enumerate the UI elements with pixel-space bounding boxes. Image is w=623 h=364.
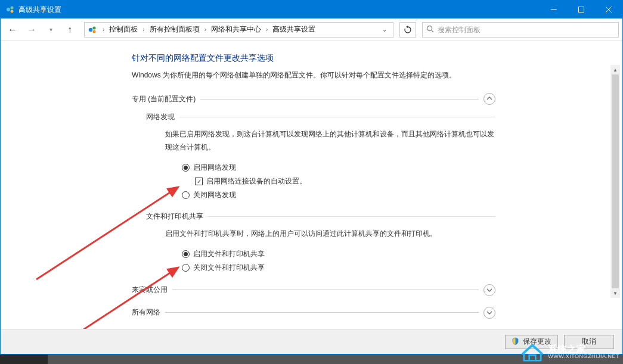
svg-rect-4 xyxy=(579,7,584,13)
chevron-right-icon: › xyxy=(203,26,207,33)
svg-point-8 xyxy=(92,26,95,29)
shield-icon xyxy=(512,337,519,347)
nav-up-button[interactable]: ↑ xyxy=(61,21,78,38)
window-title: 高级共享设置 xyxy=(18,5,540,15)
refresh-button[interactable] xyxy=(399,22,416,38)
option-label: 关闭网络发现 xyxy=(193,188,236,202)
expand-icon[interactable] xyxy=(483,307,495,319)
vertical-scrollbar[interactable]: ▲ ▼ xyxy=(610,65,620,298)
radio-icon xyxy=(182,191,190,199)
file-printer-title: 文件和打印机共享 xyxy=(146,211,203,222)
watermark-logo-icon xyxy=(522,343,543,362)
svg-point-0 xyxy=(7,8,10,11)
radio-icon xyxy=(182,264,190,272)
watermark: 系统之家 WWW.XITONGZHIJIA.NET xyxy=(522,343,619,362)
radio-enable-network-discovery[interactable]: 启用网络发现 xyxy=(182,161,495,175)
window-icon xyxy=(5,5,15,14)
navbar: ← → ▾ ↑ › 控制面板 › 所有控制面板项 › 网络和共享中心 › 高级共… xyxy=(1,18,622,41)
expand-icon[interactable] xyxy=(483,284,495,296)
svg-point-2 xyxy=(11,10,14,13)
svg-point-7 xyxy=(89,27,92,31)
search-field[interactable] xyxy=(438,26,615,34)
page-title: 针对不同的网络配置文件更改共享选项 xyxy=(132,53,495,64)
radio-enable-file-printer[interactable]: 启用文件和打印机共享 xyxy=(182,247,495,261)
svg-point-1 xyxy=(11,7,14,10)
svg-line-11 xyxy=(432,30,434,32)
section-guest-label: 来宾或公用 xyxy=(132,285,168,295)
svg-point-9 xyxy=(92,30,95,33)
network-discovery-title: 网络发现 xyxy=(146,112,175,122)
minimize-button[interactable] xyxy=(540,1,568,18)
checkbox-icon xyxy=(195,178,203,185)
section-all-label: 所有网络 xyxy=(132,307,160,318)
section-private-header[interactable]: 专用 (当前配置文件) xyxy=(132,93,495,105)
titlebar-buttons xyxy=(540,1,622,18)
scroll-track[interactable] xyxy=(610,74,620,288)
radio-icon xyxy=(182,164,190,172)
maximize-button[interactable] xyxy=(568,1,595,18)
chevron-right-icon: › xyxy=(265,26,269,33)
option-label: 关闭文件和打印机共享 xyxy=(193,261,265,275)
scroll-up-button[interactable]: ▲ xyxy=(610,65,620,74)
scroll-down-button[interactable]: ▼ xyxy=(610,288,620,298)
breadcrumb-seg[interactable]: 高级共享设置 xyxy=(270,24,318,35)
subsection-network-discovery: 网络发现 xyxy=(146,112,495,122)
network-discovery-options: 启用网络发现 启用网络连接设备的自动设置。 关闭网络发现 xyxy=(182,161,495,201)
search-icon xyxy=(426,25,434,35)
section-guest-header[interactable]: 来宾或公用 xyxy=(132,284,495,296)
page-description: Windows 为你所使用的每个网络创建单独的网络配置文件。你可以针对每个配置文… xyxy=(132,70,495,81)
watermark-text-en: WWW.XITONGZHIJIA.NET xyxy=(548,354,619,360)
watermark-text-cn: 系统之家 xyxy=(548,344,619,354)
option-label: 启用文件和打印机共享 xyxy=(193,247,265,261)
breadcrumb[interactable]: › 控制面板 › 所有控制面板项 › 网络和共享中心 › 高级共享设置 ⌄ xyxy=(84,22,393,38)
search-input[interactable] xyxy=(422,22,619,38)
window: 高级共享设置 ← → ▾ ↑ › 控制面板 › 所有控制面板项 › xyxy=(0,0,623,354)
nav-back-button[interactable]: ← xyxy=(4,21,21,38)
subsection-file-printer: 文件和打印机共享 xyxy=(146,211,495,222)
checkbox-auto-setup[interactable]: 启用网络连接设备的自动设置。 xyxy=(195,175,495,188)
radio-icon xyxy=(182,250,190,258)
section-all-header[interactable]: 所有网络 xyxy=(132,307,495,319)
control-panel-icon xyxy=(87,24,98,35)
nav-forward-button[interactable]: → xyxy=(23,21,40,38)
close-button[interactable] xyxy=(595,1,622,18)
taskbar-fragment xyxy=(0,354,48,364)
nav-recent-button[interactable]: ▾ xyxy=(42,21,59,38)
breadcrumb-dropdown-button[interactable]: ⌄ xyxy=(379,26,390,33)
section-private-label: 专用 (当前配置文件) xyxy=(132,94,196,104)
chevron-right-icon: › xyxy=(101,26,106,33)
network-discovery-desc: 如果已启用网络发现，则这台计算机可以发现网络上的其他计算机和设备，而且其他网络计… xyxy=(165,128,495,154)
breadcrumb-seg[interactable]: 网络和共享中心 xyxy=(209,24,264,35)
file-printer-options: 启用文件和打印机共享 关闭文件和打印机共享 xyxy=(182,247,495,275)
chevron-right-icon: › xyxy=(141,26,145,33)
file-printer-desc: 启用文件和打印机共享时，网络上的用户可以访问通过此计算机共享的文件和打印机。 xyxy=(165,228,495,241)
option-label: 启用网络连接设备的自动设置。 xyxy=(206,175,306,188)
option-label: 启用网络发现 xyxy=(193,161,236,175)
collapse-icon[interactable] xyxy=(483,93,495,105)
radio-disable-file-printer[interactable]: 关闭文件和打印机共享 xyxy=(182,261,495,275)
breadcrumb-seg[interactable]: 所有控制面板项 xyxy=(147,24,202,35)
svg-point-10 xyxy=(427,26,432,30)
titlebar: 高级共享设置 xyxy=(1,1,622,18)
radio-disable-network-discovery[interactable]: 关闭网络发现 xyxy=(182,188,495,202)
scroll-thumb[interactable] xyxy=(612,74,619,288)
content-area: 针对不同的网络配置文件更改共享选项 Windows 为你所使用的每个网络创建单独… xyxy=(1,41,622,329)
breadcrumb-seg[interactable]: 控制面板 xyxy=(107,24,140,35)
